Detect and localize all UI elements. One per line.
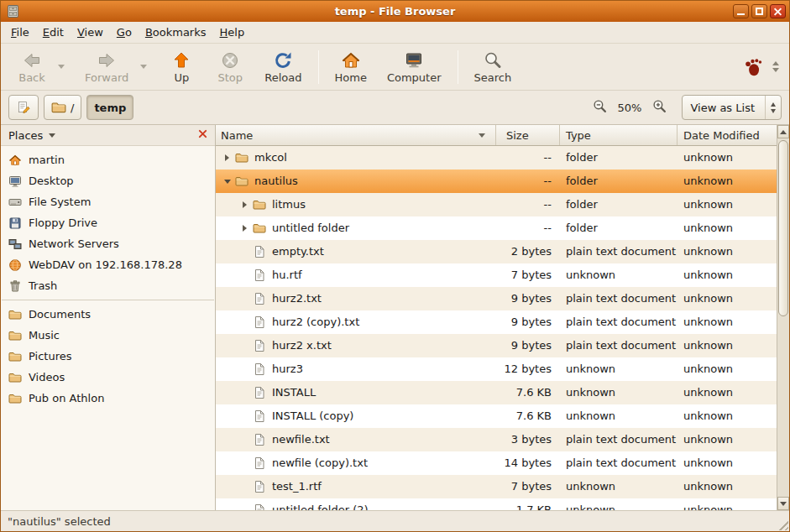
column-label: Size [506, 129, 529, 142]
file-size: -- [496, 216, 560, 240]
menu-file[interactable]: File [4, 23, 36, 42]
file-name: hurz2 x.txt [272, 334, 332, 357]
file-row-hu-rtf[interactable]: hu.rtf7 bytesunknownunknown [216, 263, 777, 287]
file-type: unknown [560, 357, 678, 381]
path-root-button[interactable]: / [44, 95, 81, 120]
maximize-button[interactable] [751, 4, 767, 18]
place-item-file-system[interactable]: File System [1, 191, 215, 212]
file-row-hurz2-txt[interactable]: hurz2.txt9 bytesplain text documentunkno… [216, 287, 777, 310]
file-row-hurz2-copy-txt[interactable]: hurz2 (copy).txt9 bytesplain text docume… [216, 310, 777, 334]
file-row-install-copy[interactable]: INSTALL (copy)7.6 KBunknownunknown [216, 404, 777, 428]
file-row-newfile-txt[interactable]: newfile.txt3 bytesplain text documentunk… [216, 428, 777, 451]
toolbar-label: Up [174, 71, 189, 84]
file-size: 9 bytes [496, 287, 560, 310]
stop-button: Stop [208, 48, 252, 86]
place-item-floppy-drive[interactable]: Floppy Drive [1, 212, 215, 233]
file-row-litmus[interactable]: litmus--folderunknown [216, 193, 777, 216]
file-date: unknown [678, 170, 777, 193]
places-header[interactable]: Places [1, 125, 215, 146]
place-item-martin[interactable]: martin [1, 149, 215, 170]
file-date: unknown [678, 310, 777, 334]
expander-collapsed-icon[interactable] [238, 201, 251, 208]
toolbar-label: Stop [218, 71, 243, 84]
menu-view[interactable]: View [71, 23, 110, 42]
close-button[interactable] [770, 4, 786, 18]
column-label: Type [566, 129, 591, 142]
file-row-hurz3[interactable]: hurz312 bytesunknownunknown [216, 357, 777, 381]
scrollbar-thumb[interactable] [778, 140, 788, 316]
file-row-untitled-folder-2[interactable]: untitled folder (2)1.7 KBunknownunknown [216, 498, 777, 510]
network-icon [8, 237, 22, 251]
menu-edit[interactable]: Edit [36, 23, 71, 42]
path-root-label: / [71, 102, 74, 114]
column-header-size[interactable]: Size [496, 125, 560, 145]
file-date: unknown [678, 404, 777, 428]
toolbar-overflow-button[interactable] [772, 61, 779, 72]
place-item-desktop[interactable]: Desktop [1, 170, 215, 191]
reload-button[interactable]: Reload [257, 48, 309, 86]
file-row-install[interactable]: INSTALL7.6 KBunknownunknown [216, 381, 777, 404]
resize-grip[interactable] [777, 519, 788, 530]
reload-icon [273, 50, 293, 70]
file-size: 3 bytes [496, 428, 560, 451]
column-header-type[interactable]: Type [560, 125, 678, 145]
file-size: 14 bytes [496, 451, 560, 475]
place-item-music[interactable]: Music [1, 325, 215, 346]
expander-expanded-icon[interactable] [221, 180, 233, 184]
file-row-nautilus[interactable]: nautilus--folderunknown [216, 170, 777, 193]
file-row-empty-txt[interactable]: empty.txt2 bytesplain text documentunkno… [216, 240, 777, 263]
column-header-date-modified[interactable]: Date Modified [678, 125, 777, 145]
file-date: unknown [678, 498, 777, 510]
window-icon [6, 4, 20, 18]
file-size: 7.6 KB [496, 404, 560, 428]
menu-go[interactable]: Go [110, 23, 139, 42]
file-size: 9 bytes [496, 310, 560, 334]
text-file-icon [253, 409, 267, 423]
zoom-in-button[interactable] [650, 97, 668, 117]
place-item-pub-on-athlon[interactable]: Pub on Athlon [1, 388, 215, 409]
place-item-trash[interactable]: Trash [1, 275, 215, 296]
file-size: 7.6 KB [496, 381, 560, 404]
view-mode-dropdown[interactable]: View as List [682, 95, 782, 120]
place-item-videos[interactable]: Videos [1, 367, 215, 388]
edit-location-button[interactable] [8, 95, 39, 120]
zoom-out-button[interactable] [591, 97, 610, 117]
scroll-down-button[interactable] [777, 497, 789, 510]
file-name: test_1.rtf [272, 475, 322, 498]
scrollbar-trough[interactable] [777, 138, 789, 497]
menu-help[interactable]: Help [213, 23, 252, 42]
place-item-documents[interactable]: Documents [1, 304, 215, 325]
expander-collapsed-icon[interactable] [238, 225, 251, 232]
stop-icon [220, 50, 240, 70]
place-label: Documents [29, 308, 91, 321]
menu-bookmarks[interactable]: Bookmarks [139, 23, 213, 42]
up-button[interactable]: Up [160, 48, 203, 86]
window-title: temp - File Browser [1, 5, 789, 18]
home-button[interactable]: Home [327, 48, 374, 86]
file-row-test-1-rtf[interactable]: test_1.rtf7 bytesunknownunknown [216, 475, 777, 498]
place-item-webdav-on-192-168-178-28[interactable]: WebDAV on 192.168.178.28 [1, 254, 215, 275]
scroll-up-button[interactable] [777, 125, 789, 138]
place-item-pictures[interactable]: Pictures [1, 346, 215, 367]
search-button[interactable]: Search [467, 48, 520, 86]
place-item-network-servers[interactable]: Network Servers [1, 233, 215, 254]
statusbar: "nautilus" selected [1, 510, 789, 531]
minimize-button[interactable] [733, 4, 749, 18]
column-header-name[interactable]: Name [216, 125, 496, 145]
text-file-icon [253, 292, 267, 305]
vertical-scrollbar[interactable] [777, 125, 789, 510]
file-rows: mkcol--folderunknownnautilus--folderunkn… [216, 146, 777, 510]
path-current-button[interactable]: temp [86, 95, 133, 120]
file-row-newfile-copy-txt[interactable]: newfile (copy).txt14 bytesplain text doc… [216, 451, 777, 475]
expander-collapsed-icon[interactable] [221, 154, 233, 161]
sidebar-close-button[interactable] [195, 128, 210, 143]
file-row-untitled-folder[interactable]: untitled folder--folderunknown [216, 216, 777, 240]
place-label: Videos [29, 371, 65, 383]
file-row-mkcol[interactable]: mkcol--folderunknown [216, 146, 777, 170]
list-area: NameSizeTypeDate Modified mkcol--folderu… [216, 125, 777, 510]
file-row-hurz2-x-txt[interactable]: hurz2 x.txt9 bytesplain text documentunk… [216, 334, 777, 357]
computer-button[interactable]: Computer [379, 48, 449, 86]
places-sidebar: Places martinDesktopFile SystemFloppy Dr… [1, 125, 216, 510]
places-list: martinDesktopFile SystemFloppy DriveNetw… [1, 146, 215, 409]
column-label: Date Modified [683, 129, 760, 142]
